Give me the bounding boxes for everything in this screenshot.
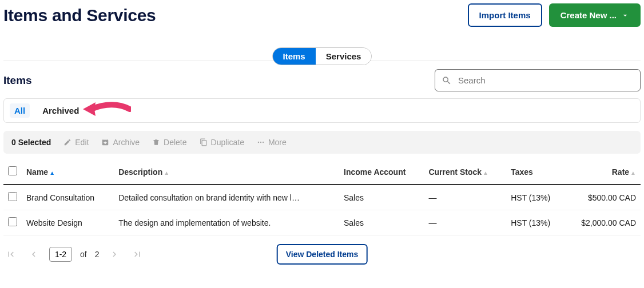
table-row[interactable]: Brand Consultation Detailed consultation…: [3, 185, 641, 210]
cell-name: Brand Consultation: [22, 185, 114, 210]
col-current-stock[interactable]: Current Stock▲: [424, 159, 506, 185]
items-table: Name▲ Description▲ Income Account Curren…: [3, 159, 641, 235]
bulk-edit-label: Edit: [75, 138, 89, 147]
select-all-checkbox[interactable]: [8, 166, 17, 175]
pager: of 2 View Deleted Items: [3, 247, 641, 262]
segmented-control: Items Services: [272, 47, 372, 65]
pager-next-button[interactable]: [107, 247, 122, 262]
cell-income-account: Sales: [339, 210, 424, 235]
col-taxes[interactable]: Taxes: [506, 159, 564, 185]
bulk-archive-label: Archive: [113, 138, 140, 147]
chevron-right-icon: [109, 249, 120, 259]
sort-asc-icon: ▲: [49, 170, 55, 176]
bulk-duplicate-label: Duplicate: [211, 138, 244, 147]
col-income-account[interactable]: Income Account: [339, 159, 424, 185]
cell-rate: $2,000.00 CAD: [565, 210, 641, 235]
tab-items[interactable]: Items: [273, 48, 316, 65]
chevron-left-icon: [29, 249, 39, 259]
filter-bar: All Archived: [3, 98, 641, 123]
search-input[interactable]: [435, 69, 641, 91]
cell-taxes: HST (13%): [506, 185, 564, 210]
first-page-icon: [6, 249, 16, 259]
col-rate[interactable]: Rate▲: [565, 159, 641, 185]
bulk-archive-button[interactable]: Archive: [101, 138, 140, 147]
sort-icon: ▲: [483, 170, 488, 176]
sort-icon: ▲: [630, 170, 636, 176]
pager-first-button[interactable]: [3, 247, 18, 262]
search-icon: [442, 75, 452, 86]
bulk-more-label: More: [268, 138, 287, 147]
cell-rate: $500.00 CAD: [565, 185, 641, 210]
bulk-delete-button[interactable]: Delete: [152, 138, 186, 147]
page-title: Items and Services: [3, 6, 156, 25]
row-checkbox[interactable]: [8, 217, 17, 226]
import-items-button[interactable]: Import Items: [468, 3, 542, 27]
create-new-label: Create New ...: [560, 10, 617, 20]
cell-current-stock: —: [424, 185, 506, 210]
more-icon: [257, 138, 265, 146]
sort-icon: ▲: [164, 170, 169, 176]
svg-point-0: [258, 142, 259, 143]
table-row[interactable]: Website Design The design and implementa…: [3, 210, 641, 235]
bulk-selected-count: 0 Selected: [11, 138, 51, 147]
tab-services[interactable]: Services: [316, 48, 372, 65]
bulk-duplicate-button[interactable]: Duplicate: [200, 138, 244, 147]
bulk-edit-button[interactable]: Edit: [63, 138, 89, 147]
last-page-icon: [132, 249, 142, 259]
filter-archived[interactable]: Archived: [38, 103, 84, 118]
pencil-icon: [63, 138, 71, 146]
pager-total: 2: [95, 250, 100, 259]
pager-of-label: of: [80, 250, 87, 259]
view-deleted-button[interactable]: View Deleted Items: [277, 244, 368, 265]
duplicate-icon: [200, 138, 208, 146]
cell-name: Website Design: [22, 210, 114, 235]
bulk-delete-label: Delete: [164, 138, 186, 147]
search-wrap: [435, 69, 641, 91]
pager-prev-button[interactable]: [26, 247, 41, 262]
create-new-button[interactable]: Create New ...: [549, 3, 641, 27]
cell-description: The design and implementation of website…: [114, 210, 339, 235]
col-name[interactable]: Name▲: [22, 159, 114, 185]
filter-all[interactable]: All: [10, 103, 30, 118]
bulk-actions-bar: 0 Selected Edit Archive Delete Duplicate…: [3, 131, 641, 154]
svg-point-1: [260, 142, 261, 143]
chevron-down-icon: [621, 11, 629, 19]
row-checkbox[interactable]: [8, 192, 17, 201]
svg-point-2: [263, 142, 264, 143]
archive-icon: [101, 138, 109, 146]
pager-range-input[interactable]: [49, 247, 72, 262]
cell-description: Detailed consultation on brand identity …: [114, 185, 339, 210]
section-title: Items: [3, 74, 32, 87]
cell-income-account: Sales: [339, 185, 424, 210]
header-actions: Import Items Create New ...: [468, 3, 641, 27]
cell-taxes: HST (13%): [506, 210, 564, 235]
bulk-more-button[interactable]: More: [257, 138, 287, 147]
col-description[interactable]: Description▲: [114, 159, 339, 185]
pager-last-button[interactable]: [130, 247, 145, 262]
annotation-arrow-icon: [79, 99, 131, 119]
trash-icon: [152, 138, 160, 146]
segmented-control-wrap: Items Services: [3, 43, 641, 61]
cell-current-stock: —: [424, 210, 506, 235]
